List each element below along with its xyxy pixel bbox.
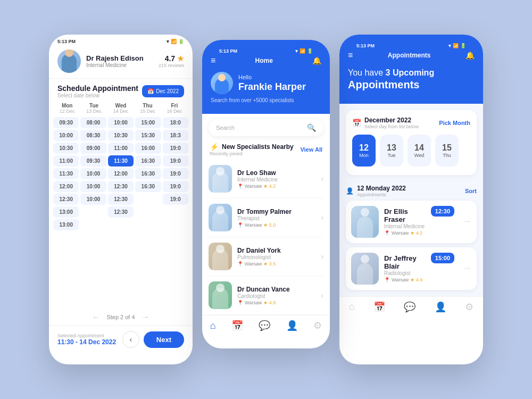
doctor-specialty-3: Pulmonologist bbox=[237, 254, 315, 260]
header-highlight: 3 Upcoming bbox=[386, 68, 435, 77]
slot[interactable]: 10:30 bbox=[108, 130, 134, 141]
slot[interactable]: 09:30 bbox=[53, 117, 79, 128]
date-chip-12[interactable]: 12 Mon bbox=[352, 135, 376, 167]
nav-chat-icon-right[interactable]: 💬 bbox=[404, 301, 415, 313]
month-info: 📅 December 2022 Select day from list bel… bbox=[352, 117, 419, 129]
nav-calendar-icon[interactable]: 📅 bbox=[231, 320, 243, 331]
slot[interactable]: 16:00 bbox=[135, 143, 161, 154]
slot[interactable]: 19:0 bbox=[163, 168, 188, 179]
view-all-button[interactable]: View All bbox=[300, 146, 322, 153]
appt-location-2: 📍 Warsaw ★ 4.9 bbox=[384, 277, 426, 282]
back-button[interactable]: ‹ bbox=[122, 331, 139, 348]
slot[interactable]: 12:30 bbox=[108, 206, 134, 218]
slot[interactable]: 08:30 bbox=[80, 130, 106, 141]
list-item[interactable]: Dr Duncan Vance Cardiologist 📍 Warsaw ★ … bbox=[209, 276, 323, 315]
bell-icon-right[interactable]: 🔔 bbox=[466, 51, 475, 60]
slot[interactable]: 12:30 bbox=[53, 194, 79, 205]
slot[interactable]: 19:0 bbox=[163, 143, 188, 154]
hamburger-icon[interactable]: ≡ bbox=[211, 56, 215, 65]
slot[interactable]: 11:00 bbox=[108, 143, 134, 154]
status-bar-left: 5:13 PM ▾ 📶 🔋 bbox=[49, 35, 193, 46]
nav-filter-icon-right[interactable]: ⚙ bbox=[465, 301, 473, 313]
slot[interactable]: 12:00 bbox=[53, 181, 79, 192]
appointment-card-2[interactable]: Dr Jeffrey Blair Radiologist 📍 Warsaw ★ … bbox=[346, 247, 477, 290]
day-header-wed: Wed14 Dec bbox=[108, 102, 134, 115]
list-item[interactable]: Dr Daniel York Pulmonologist 📍 Warsaw ★ … bbox=[209, 237, 323, 276]
search-input[interactable]: Search bbox=[216, 124, 303, 131]
schedule-subtitle: Select date below bbox=[57, 93, 138, 98]
status-time-center: 5:13 PM bbox=[219, 48, 237, 54]
slot[interactable]: 15:30 bbox=[135, 130, 161, 141]
slot[interactable]: 12:30 bbox=[108, 194, 134, 205]
center-nav: ≡ Home 🔔 bbox=[211, 56, 321, 65]
search-icon[interactable]: 🔍 bbox=[307, 123, 316, 132]
nav-home-icon-right[interactable]: ⌂ bbox=[349, 301, 355, 312]
calendar-icon: 📅 bbox=[352, 119, 361, 127]
appt-location-1: 📍 Warsaw ★ 4.2 bbox=[384, 230, 426, 236]
slot-empty bbox=[80, 206, 106, 218]
slot[interactable]: 15:00 bbox=[135, 117, 161, 128]
doctor-name: Dr Rajesh Edison bbox=[86, 54, 144, 62]
slot[interactable]: 16:30 bbox=[135, 155, 161, 167]
date-chip-more[interactable]: 1 › bbox=[463, 135, 470, 167]
slot[interactable]: 11:00 bbox=[53, 155, 79, 167]
status-time-left: 5:13 PM bbox=[57, 39, 76, 44]
prev-step-arrow[interactable]: ← bbox=[92, 312, 100, 322]
pick-month-button[interactable]: Pick Month bbox=[439, 120, 470, 126]
date-chip-15[interactable]: 15 Thu bbox=[435, 135, 459, 167]
slot[interactable]: 12:00 bbox=[108, 168, 134, 179]
slot-row-8: 13:00 12:30 bbox=[53, 206, 188, 218]
slot-empty bbox=[135, 206, 161, 218]
slot[interactable]: 19:0 bbox=[163, 155, 188, 167]
slot[interactable]: 13:00 bbox=[53, 219, 79, 230]
month-button[interactable]: 📅 Dec 2022 bbox=[142, 85, 184, 97]
slot[interactable]: 16:30 bbox=[135, 168, 161, 179]
nav-profile-icon[interactable]: 👤 bbox=[286, 320, 298, 331]
nav-chat-icon[interactable]: 💬 bbox=[259, 320, 270, 331]
nav-profile-icon-right[interactable]: 👤 bbox=[435, 301, 446, 313]
slot[interactable]: 10:00 bbox=[80, 181, 106, 192]
slot[interactable]: 10:30 bbox=[53, 143, 79, 154]
next-button[interactable]: Next bbox=[144, 331, 184, 348]
slot[interactable]: 11:30 bbox=[53, 168, 79, 179]
bell-icon[interactable]: 🔔 bbox=[312, 56, 321, 65]
right-nav-title: Appointments bbox=[388, 52, 431, 59]
list-item[interactable]: Dr Leo Shaw Internal Medicine 📍 Warsaw ★… bbox=[209, 160, 323, 198]
pin-icon: 📍 bbox=[384, 230, 390, 236]
appt-date-subtitle: Appointments bbox=[357, 192, 406, 197]
sort-button[interactable]: Sort bbox=[465, 188, 477, 194]
slot[interactable]: 10:00 bbox=[53, 130, 79, 141]
appt-doctor-avatar-2 bbox=[351, 253, 379, 285]
slot-selected[interactable]: 11:30 bbox=[108, 155, 134, 167]
date-chip-14[interactable]: 14 Wed bbox=[408, 135, 431, 167]
nav-filter-icon[interactable]: ⚙ bbox=[313, 320, 322, 331]
slot[interactable]: 12:30 bbox=[108, 181, 134, 192]
month-subtitle: Select day from list below bbox=[364, 124, 419, 129]
date-chip-13[interactable]: 13 Tue bbox=[380, 135, 403, 167]
slot[interactable]: 19:0 bbox=[163, 181, 188, 192]
date-number: 12 bbox=[359, 143, 369, 153]
slot[interactable]: 10:00 bbox=[80, 194, 106, 205]
slot[interactable]: 18:0 bbox=[163, 117, 188, 128]
slot[interactable]: 13:00 bbox=[53, 206, 79, 218]
calendar-grid[interactable]: Mon12 Dec Tue13 Dec Wed14 Dec Thu15 Dec … bbox=[49, 102, 193, 309]
slot[interactable]: 10:00 bbox=[108, 117, 134, 128]
nav-calendar-icon-right[interactable]: 📅 bbox=[373, 301, 385, 313]
slot[interactable]: 19:0 bbox=[163, 194, 188, 205]
next-step-arrow[interactable]: → bbox=[142, 312, 150, 322]
appointment-card-1[interactable]: Dr Ellis Fraser Internal Medicine 📍 Wars… bbox=[346, 201, 477, 243]
day-header-fri: Fri16 Dec bbox=[162, 102, 187, 115]
search-bar[interactable]: Search 🔍 bbox=[209, 119, 323, 136]
slot[interactable]: 09:30 bbox=[80, 155, 106, 167]
slot[interactable]: 18:3 bbox=[163, 130, 188, 141]
pin-icon: 📍 bbox=[237, 184, 243, 189]
nav-home-icon[interactable]: ⌂ bbox=[210, 320, 216, 331]
appointments-title: You have 3 Upcoming Appointments bbox=[348, 68, 475, 91]
slot[interactable]: 08:00 bbox=[80, 117, 106, 128]
hamburger-icon-right[interactable]: ≡ bbox=[348, 51, 353, 60]
slot-empty bbox=[135, 219, 161, 230]
list-item[interactable]: Dr Tommy Palmer Therapist 📍 Warsaw ★ 5.0… bbox=[209, 198, 323, 237]
slot[interactable]: 09:00 bbox=[80, 143, 106, 154]
slot[interactable]: 10:00 bbox=[80, 168, 106, 179]
slot[interactable]: 16:30 bbox=[135, 181, 161, 192]
